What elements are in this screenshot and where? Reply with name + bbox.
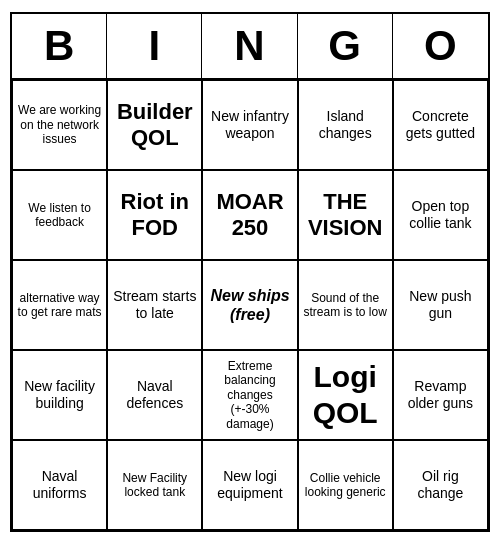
bingo-cell-18: Logi QOL — [298, 350, 393, 440]
bingo-cell-12: New ships (free) — [202, 260, 297, 350]
bingo-cell-4: Concrete gets gutted — [393, 80, 488, 170]
bingo-cell-22: New logi equipment — [202, 440, 297, 530]
bingo-cell-16: Naval defences — [107, 350, 202, 440]
bingo-cell-13: Sound of the stream is to low — [298, 260, 393, 350]
bingo-cell-6: Riot in FOD — [107, 170, 202, 260]
bingo-cell-24: Oil rig change — [393, 440, 488, 530]
bingo-grid: We are working on the network issuesBuil… — [12, 80, 488, 530]
header-letter-G: G — [298, 14, 393, 78]
bingo-cell-11: Stream starts to late — [107, 260, 202, 350]
bingo-cell-1: Builder QOL — [107, 80, 202, 170]
bingo-cell-17: Extreme balancing changes (+-30% damage) — [202, 350, 297, 440]
bingo-cell-10: alternative way to get rare mats — [12, 260, 107, 350]
bingo-cell-3: Island changes — [298, 80, 393, 170]
bingo-cell-9: Open top collie tank — [393, 170, 488, 260]
bingo-cell-19: Revamp older guns — [393, 350, 488, 440]
header-letter-I: I — [107, 14, 202, 78]
bingo-cell-7: MOAR 250 — [202, 170, 297, 260]
bingo-card: BINGO We are working on the network issu… — [10, 12, 490, 532]
bingo-cell-15: New facility building — [12, 350, 107, 440]
bingo-cell-2: New infantry weapon — [202, 80, 297, 170]
header-letter-B: B — [12, 14, 107, 78]
header-letter-O: O — [393, 14, 488, 78]
bingo-cell-21: New Facility locked tank — [107, 440, 202, 530]
bingo-cell-0: We are working on the network issues — [12, 80, 107, 170]
bingo-cell-20: Naval uniforms — [12, 440, 107, 530]
bingo-cell-5: We listen to feedback — [12, 170, 107, 260]
header-letter-N: N — [202, 14, 297, 78]
bingo-cell-8: THE VISION — [298, 170, 393, 260]
bingo-cell-23: Collie vehicle looking generic — [298, 440, 393, 530]
bingo-cell-14: New push gun — [393, 260, 488, 350]
bingo-header: BINGO — [12, 14, 488, 80]
